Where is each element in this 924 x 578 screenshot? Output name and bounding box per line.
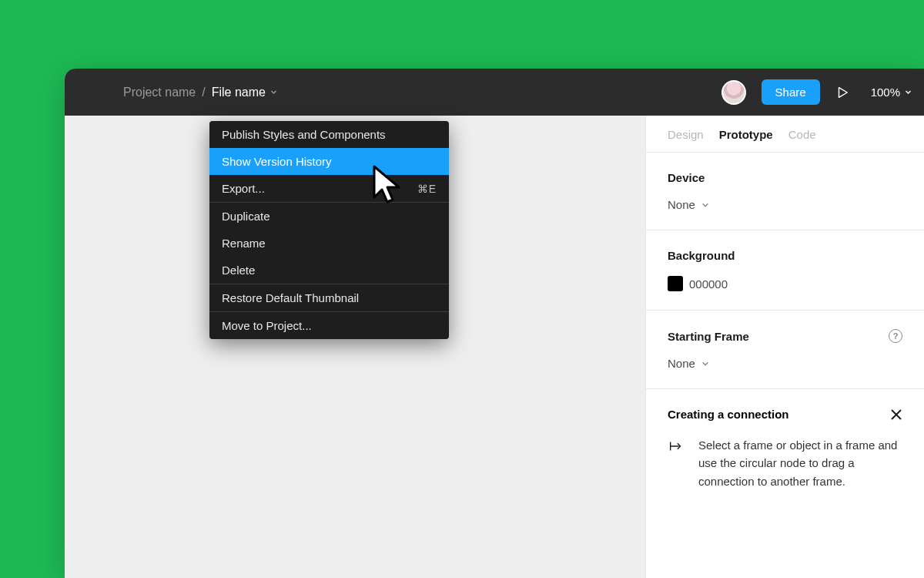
menu-restore-thumbnail[interactable]: Restore Default Thumbnail: [209, 284, 449, 311]
background-section: Background 000000: [646, 230, 924, 311]
tab-code[interactable]: Code: [788, 128, 816, 141]
panel-tabs: Design Prototype Code: [646, 116, 924, 153]
starting-frame-section: Starting Frame ? None: [646, 311, 924, 389]
menu-item-label: Export...: [222, 182, 265, 195]
starting-frame-title: Starting Frame ?: [668, 329, 902, 343]
starting-frame-value-text: None: [668, 357, 695, 370]
breadcrumb: Project name / File name: [123, 86, 277, 99]
starting-frame-value[interactable]: None: [668, 357, 902, 370]
device-section: Device None: [646, 153, 924, 230]
background-title: Background: [668, 249, 902, 262]
menu-item-label: Rename: [222, 237, 266, 250]
menu-move-to-project[interactable]: Move to Project...: [209, 312, 449, 339]
chevron-down-icon: [701, 360, 709, 368]
menu-item-label: Publish Styles and Components: [222, 128, 386, 141]
share-button[interactable]: Share: [762, 79, 820, 105]
menu-delete[interactable]: Delete: [209, 257, 449, 284]
help-icon[interactable]: ?: [889, 329, 902, 343]
play-icon[interactable]: [835, 86, 849, 99]
background-hex: 000000: [689, 277, 728, 291]
zoom-control[interactable]: 100%: [871, 86, 912, 99]
menu-show-version-history[interactable]: Show Version History: [209, 148, 449, 175]
file-name-crumb[interactable]: File name: [212, 86, 277, 99]
chevron-down-icon: [701, 201, 709, 209]
menu-item-label: Show Version History: [222, 155, 332, 168]
avatar[interactable]: [721, 80, 746, 105]
breadcrumb-separator: /: [202, 86, 205, 99]
menu-item-label: Duplicate: [222, 210, 270, 223]
file-name-label: File name: [212, 86, 266, 99]
close-icon[interactable]: [890, 408, 902, 421]
device-title: Device: [668, 171, 902, 184]
connection-section: Creating a connection Select a frame or …: [646, 389, 924, 509]
tab-design[interactable]: Design: [668, 128, 704, 141]
file-dropdown-menu: Publish Styles and Components Show Versi…: [209, 121, 449, 339]
app-window: Project name / File name Share 100% Desi…: [65, 69, 924, 578]
menu-publish-styles[interactable]: Publish Styles and Components: [209, 121, 449, 148]
titlebar: Project name / File name Share 100%: [65, 69, 924, 116]
connection-icon: [668, 438, 685, 455]
chevron-down-icon: [905, 89, 912, 96]
connection-body: Select a frame or object in a frame and …: [698, 436, 902, 490]
connection-title: Creating a connection: [668, 408, 789, 421]
right-panel: Design Prototype Code Device None Backgr…: [645, 116, 924, 578]
device-value[interactable]: None: [668, 198, 902, 211]
menu-item-label: Move to Project...: [222, 319, 312, 332]
color-swatch[interactable]: [668, 276, 683, 291]
menu-rename[interactable]: Rename: [209, 230, 449, 257]
project-name-crumb[interactable]: Project name: [123, 86, 196, 99]
background-value[interactable]: 000000: [668, 276, 902, 291]
menu-export[interactable]: Export... ⌘E: [209, 175, 449, 202]
starting-frame-title-text: Starting Frame: [668, 330, 749, 343]
zoom-value: 100%: [871, 86, 900, 99]
menu-item-shortcut: ⌘E: [417, 183, 437, 195]
menu-item-label: Delete: [222, 264, 255, 277]
tab-prototype[interactable]: Prototype: [719, 128, 773, 141]
menu-duplicate[interactable]: Duplicate: [209, 203, 449, 230]
chevron-down-icon: [270, 89, 277, 96]
device-value-text: None: [668, 198, 695, 211]
menu-item-label: Restore Default Thumbnail: [222, 291, 359, 304]
